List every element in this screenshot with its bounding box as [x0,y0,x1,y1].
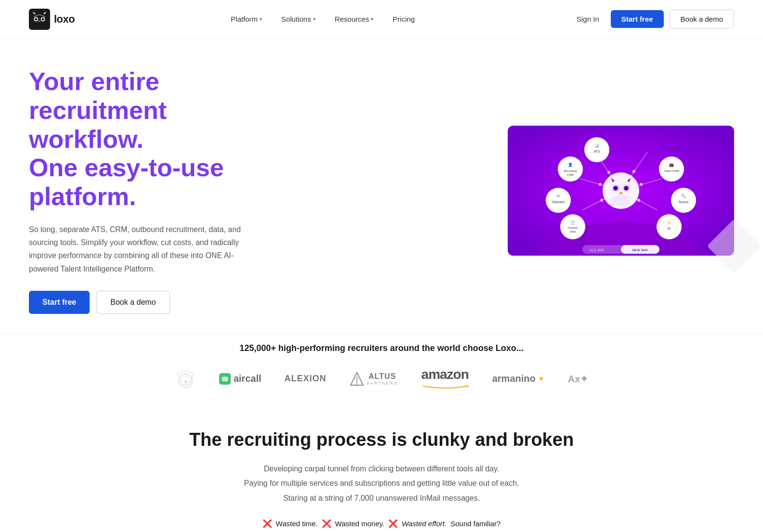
svg-text:NEW WAY: NEW WAY [632,248,648,252]
hero-section: Your entire recruitment workflow. One ea… [0,39,763,333]
start-free-button[interactable]: Start free [611,10,664,28]
nav-links: Platform ▾ Solutions ▾ Resources ▾ Prici… [229,11,417,27]
broken-desc-2: Paying for multiple services and subscri… [29,476,734,491]
nav-solutions[interactable]: Solutions ▾ [279,11,317,27]
svg-marker-70 [467,385,469,388]
hero-image: 📊 ATS 👤 Recruiting CRM 💼 Sales CRM 📧 Out… [508,126,734,256]
svg-text:Recruiting: Recruiting [564,169,577,172]
list-item: ★ [175,367,196,390]
svg-point-53 [625,187,627,189]
altus-logo-text: ALTUS [367,372,398,381]
familiar-text: Sound familiar? [450,519,500,528]
book-demo-button[interactable]: Book a demo [670,10,734,28]
chevron-down-icon: ▾ [371,16,373,22]
hero-title: Your entire recruitment workflow. One ea… [29,67,279,211]
badge-icon: ★ [175,367,196,389]
broken-section: The recruiting process is clunky and bro… [0,405,763,532]
cross-icon-2: ❌ [322,519,331,528]
svg-text:Contact: Contact [568,226,578,229]
svg-point-57 [611,195,631,206]
svg-point-6 [42,18,44,20]
svg-point-18 [607,171,610,174]
nav-platform[interactable]: Platform ▾ [229,11,264,27]
logo[interactable]: loxo [29,9,75,30]
svg-text:AI: AI [668,227,671,230]
svg-point-5 [35,18,38,20]
broken-desc-1: Developing carpal tunnel from clicking b… [29,462,734,476]
platform-diagram-svg: 📊 ATS 👤 Recruiting CRM 💼 Sales CRM 📧 Out… [508,126,734,256]
svg-point-52 [615,187,617,189]
svg-point-23 [637,199,640,202]
armanino-star: ✦ [538,374,545,384]
pain-2: Wasted money. [335,519,385,528]
nav-actions: Sign In Start free Book a demo [571,10,734,28]
cross-icon-3: ❌ [388,519,398,528]
altus-sub: PARTNERS [367,381,398,386]
svg-text:👤: 👤 [568,162,573,167]
svg-text:📊: 📊 [594,143,599,148]
svg-text:Sales CRM: Sales CRM [664,169,679,172]
navbar: loxo Platform ▾ Solutions ▾ Resources ▾ … [0,0,763,39]
svg-rect-0 [29,9,50,30]
broken-title: The recruiting process is clunky and bro… [29,429,734,450]
svg-text:Data: Data [570,230,576,233]
svg-text:ATS: ATS [593,150,600,153]
list-item: ALTUS PARTNERS [350,372,398,386]
svg-text:📧: 📧 [556,194,561,198]
pain-1: Wasted time. [276,519,318,528]
pain-3: Wasted effort. [402,519,447,528]
svg-text:💼: 💼 [669,162,674,167]
broken-desc-3: Staring at a string of 7,000 unanswered … [29,491,734,506]
svg-text:OLD WAY: OLD WAY [589,248,605,252]
amazon-arrow [421,383,469,389]
cross-icon-1: ❌ [263,519,272,528]
brand-name: loxo [54,13,75,26]
list-item: ALEXION [285,374,327,384]
svg-text:📋: 📋 [570,220,575,225]
logos-row: ★ ☎ aircall ALEXION [29,367,734,391]
list-item: Ax✦ [568,373,589,385]
hero-content: Your entire recruitment workflow. One ea… [29,67,279,314]
svg-text:⚡: ⚡ [667,220,671,225]
amazon-logo-text: amazon [421,367,469,382]
armanino-logo-text: armanino [492,373,536,384]
broken-descriptions: Developing carpal tunnel from clicking b… [29,462,734,506]
chevron-down-icon: ▾ [260,16,262,22]
aircall-logo-text: aircall [234,373,262,384]
list-item: amazon [421,367,469,391]
svg-text:☎: ☎ [221,376,229,383]
svg-point-22 [600,199,603,202]
svg-text:★: ★ [184,379,187,384]
altus-icon [350,372,364,386]
hero-cta-group: Start free Book a demo [29,291,279,314]
svg-point-19 [632,170,635,173]
svg-point-20 [599,183,602,186]
list-item: ☎ aircall [219,373,262,385]
aircall-icon: ☎ [219,373,231,385]
nav-pricing[interactable]: Pricing [391,11,417,27]
signin-button[interactable]: Sign In [571,11,605,27]
svg-text:Outreach: Outreach [552,200,565,204]
loxo-logo-icon [29,9,50,30]
svg-text:🔍: 🔍 [681,194,686,198]
svg-text:Source: Source [679,200,689,204]
svg-point-21 [640,183,643,186]
axo-logo-text: Ax✦ [568,374,589,384]
hero-book-demo-button[interactable]: Book a demo [96,291,170,314]
chevron-down-icon: ▾ [313,16,316,22]
hero-start-free-button[interactable]: Start free [29,291,90,314]
nav-resources[interactable]: Resources ▾ [333,11,376,27]
social-proof-section: 125,000+ high-performing recruiters arou… [0,333,763,405]
list-item: armanino ✦ [492,373,545,384]
hero-subtitle: So long, separate ATS, CRM, outbound rec… [29,223,250,275]
social-proof-text: 125,000+ high-performing recruiters arou… [29,343,734,353]
alexion-logo-text: ALEXION [285,374,327,383]
hero-diagram: 📊 ATS 👤 Recruiting CRM 💼 Sales CRM 📧 Out… [508,126,734,256]
svg-point-31 [659,156,684,182]
pain-points: ❌ Wasted time. ❌ Wasted money. ❌ Wasted … [29,519,734,528]
svg-text:CRM: CRM [567,173,574,176]
svg-point-27 [558,156,583,182]
